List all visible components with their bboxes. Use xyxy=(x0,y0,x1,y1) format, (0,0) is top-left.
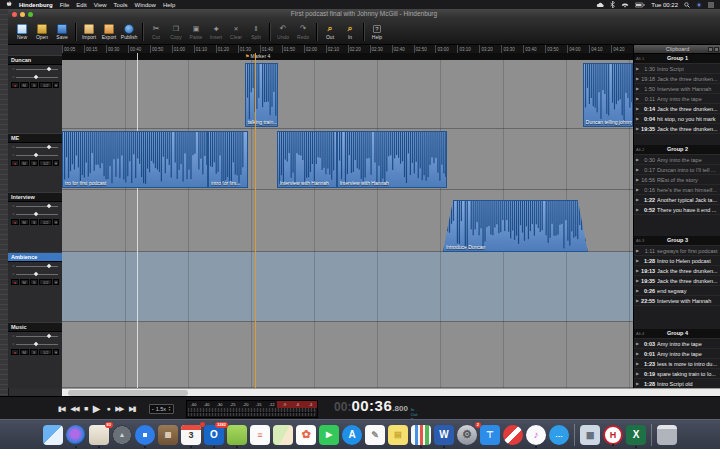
slider-groove[interactable] xyxy=(16,214,58,215)
slider-groove[interactable] xyxy=(16,69,58,70)
play-button[interactable]: ▶ xyxy=(93,404,101,414)
audio-clip[interactable]: Interview with Hannah xyxy=(337,131,447,188)
menu-view[interactable]: View xyxy=(94,2,107,8)
slider-groove[interactable] xyxy=(16,266,58,267)
track-name[interactable]: Ambience xyxy=(8,252,62,262)
search-icon[interactable] xyxy=(684,2,690,8)
clipboard-item[interactable]: ▶0:16here's the man himself... xyxy=(634,185,720,195)
play-icon[interactable]: ▶ xyxy=(636,167,639,172)
rewind-button[interactable]: ◀◀ xyxy=(70,404,78,414)
slider-groove[interactable] xyxy=(16,206,58,207)
solo-button[interactable]: S xyxy=(30,349,39,355)
record-arm-button[interactable]: ● xyxy=(11,349,19,355)
help-button[interactable]: Help xyxy=(367,24,387,40)
clipboard-detach-button[interactable] xyxy=(708,47,713,52)
clipboard-item[interactable]: ▶1:11segways for first podcast xyxy=(634,246,720,256)
edit-cursor-line[interactable] xyxy=(137,53,138,388)
apple-menu-icon[interactable] xyxy=(6,1,12,8)
fast-forward-button[interactable]: ▶▶ xyxy=(115,404,123,414)
audio-clip[interactable]: Interview with Hannah xyxy=(277,131,337,188)
play-icon[interactable]: ▶ xyxy=(636,207,639,212)
play-icon[interactable]: ▶ xyxy=(636,116,639,121)
play-icon[interactable]: ▶ xyxy=(636,177,639,182)
messages-dock-icon[interactable]: … xyxy=(549,425,569,445)
track-menu-button[interactable]: ▼ xyxy=(53,160,59,166)
go-to-start-button[interactable]: ▮◀ xyxy=(58,404,64,414)
publish-button[interactable]: Publish xyxy=(119,24,139,40)
finder-dock-icon[interactable] xyxy=(43,425,63,445)
input-select-button[interactable]: 1/2 xyxy=(39,349,52,355)
volume-slider[interactable]: ◃ xyxy=(8,202,62,210)
track-name[interactable]: Interview xyxy=(8,192,62,202)
save-button[interactable]: Save xyxy=(52,24,72,40)
record-arm-button[interactable]: ● xyxy=(11,160,19,166)
play-icon[interactable]: ▶ xyxy=(636,96,639,101)
play-icon[interactable]: ▶ xyxy=(636,288,639,293)
photos-dock-icon[interactable]: ✿ xyxy=(296,425,316,445)
mute-button[interactable]: M xyxy=(20,160,29,166)
menu-file[interactable]: File xyxy=(60,2,70,8)
import-button[interactable]: Import xyxy=(79,24,99,40)
siri-dock-icon[interactable] xyxy=(66,425,86,445)
pan-slider[interactable]: ◃ xyxy=(8,270,62,278)
calendar-dock-icon[interactable]: 3 xyxy=(181,425,201,445)
play-icon[interactable]: ▶ xyxy=(636,187,639,192)
track-row-music[interactable] xyxy=(62,322,633,388)
clipboard-item[interactable]: ▶0:19spare taking train to lo... xyxy=(634,369,720,379)
pan-slider[interactable]: ◃ xyxy=(8,340,62,348)
play-icon[interactable]: ▶ xyxy=(636,106,639,111)
play-icon[interactable]: ▶ xyxy=(636,66,639,71)
clipboard-item[interactable]: ▶19:35Jack the three drunken... xyxy=(634,124,720,134)
mute-button[interactable]: M xyxy=(20,349,29,355)
volume-slider[interactable]: ◃ xyxy=(8,65,62,73)
clipboard-item[interactable]: ▶19:18Jack the three drunken... xyxy=(634,74,720,84)
slider-handle[interactable] xyxy=(34,211,39,216)
volume-slider[interactable]: ◃ xyxy=(8,143,62,151)
timeline[interactable]: 00:0500:1500:3000:4000:5001:0001:1001:20… xyxy=(62,45,633,388)
menu-tools[interactable]: Tools xyxy=(114,2,128,8)
reminders-dock-icon[interactable]: ≡ xyxy=(250,425,270,445)
clipboard-item[interactable]: ▶1:50Interview with Hannah xyxy=(634,84,720,94)
play-icon[interactable]: ▶ xyxy=(636,197,639,202)
audio-clip[interactable]: tro for first podcast xyxy=(62,131,208,188)
volume-slider[interactable]: ◃ xyxy=(8,262,62,270)
audio-clip[interactable]: intro for firs... xyxy=(208,131,248,188)
clipboard-item[interactable]: ▶1:22Another typical Jack ta... xyxy=(634,195,720,205)
volume-slider[interactable]: ◃ xyxy=(8,332,62,340)
clipboard-group-header[interactable]: Alt-4Group 4 xyxy=(634,329,720,339)
play-icon[interactable]: ▶ xyxy=(636,86,639,91)
slider-groove[interactable] xyxy=(16,336,58,337)
notes-book-dock-icon[interactable]: ▤ xyxy=(158,425,178,445)
menu-edit[interactable]: Edit xyxy=(76,2,86,8)
playback-speed-control[interactable]: ▪ 1.5x ▲▼ xyxy=(149,404,174,414)
slider-handle[interactable] xyxy=(34,74,39,79)
record-arm-button[interactable]: ● xyxy=(11,279,19,285)
playhead[interactable] xyxy=(255,53,256,388)
excel-dock-icon[interactable]: X xyxy=(626,425,646,445)
siri-icon[interactable] xyxy=(696,2,702,8)
play-icon[interactable]: ▶ xyxy=(636,157,639,162)
textedit-dock-icon[interactable]: ✎ xyxy=(365,425,385,445)
clipboard-item[interactable]: ▶0:14Jack the three drunken... xyxy=(634,104,720,114)
clipboard-item[interactable]: ▶0:52There you have it end ... xyxy=(634,205,720,215)
facetime-dock-icon[interactable]: ▶ xyxy=(319,425,339,445)
solo-button[interactable]: S xyxy=(30,160,39,166)
track-name[interactable]: Music xyxy=(8,322,62,332)
clipboard-item[interactable]: ▶1:30Intro Script xyxy=(634,64,720,74)
slider-groove[interactable] xyxy=(16,274,58,275)
stickies-dock-icon[interactable]: ▤ xyxy=(388,425,408,445)
clipboard-item[interactable]: ▶0:26end segway xyxy=(634,286,720,296)
slider-groove[interactable] xyxy=(16,155,58,156)
menu-app-name[interactable]: Hindenburg xyxy=(19,2,53,8)
keynote-dock-icon[interactable]: ⊤ xyxy=(480,425,500,445)
record-arm-button[interactable]: ● xyxy=(11,219,19,225)
hindenburg-dock-icon[interactable]: H xyxy=(603,425,623,445)
clipboard-item[interactable]: ▶0:01Amy intro the tape xyxy=(634,349,720,359)
pan-slider[interactable]: ◃ xyxy=(8,210,62,218)
menu-window[interactable]: Window xyxy=(135,2,156,8)
slider-handle[interactable] xyxy=(34,341,39,346)
trash-dock-icon[interactable] xyxy=(657,425,677,445)
track-name[interactable]: ME xyxy=(8,133,62,143)
track-row-ambience[interactable] xyxy=(62,252,633,322)
pan-slider[interactable]: ◃ xyxy=(8,151,62,159)
